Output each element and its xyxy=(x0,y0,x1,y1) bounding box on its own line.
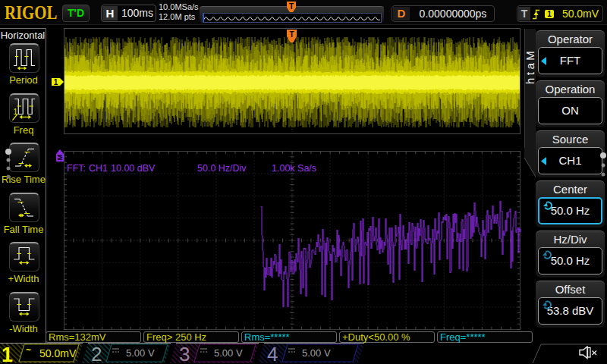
svg-text:4: 4 xyxy=(267,343,278,364)
svg-text:T: T xyxy=(289,30,294,39)
svg-text:5.00 V: 5.00 V xyxy=(214,347,243,359)
svg-text:5.00 V: 5.00 V xyxy=(302,347,331,359)
svg-text:1: 1 xyxy=(54,78,58,86)
svg-text:M: M xyxy=(56,155,64,161)
svg-text:50.0mV: 50.0mV xyxy=(39,347,77,359)
svg-text:5.00 V: 5.00 V xyxy=(126,347,155,359)
svg-text:htaM: htaM xyxy=(524,49,536,84)
svg-text:1: 1 xyxy=(2,344,13,364)
svg-text:3: 3 xyxy=(179,343,190,364)
svg-text:~: ~ xyxy=(26,345,31,356)
svg-text:2: 2 xyxy=(91,343,102,364)
svg-text:T: T xyxy=(289,2,294,11)
